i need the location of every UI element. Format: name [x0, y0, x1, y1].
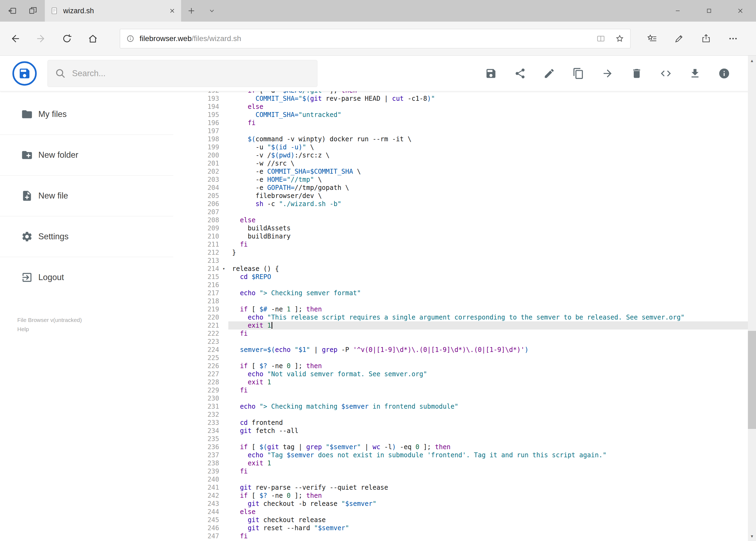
code-text[interactable]: exit 1	[228, 459, 756, 467]
code-text[interactable]	[228, 281, 756, 289]
page-scrollbar[interactable]: ▴ ▾	[748, 56, 756, 541]
tab-close-button[interactable]	[169, 7, 176, 14]
move-button[interactable]	[602, 68, 614, 79]
code-line-246[interactable]: 246 git reset --hard "$semver"	[195, 524, 756, 532]
maximize-button[interactable]	[693, 0, 725, 22]
sidebar-item-new-file[interactable]: New file	[0, 176, 195, 216]
code-line-201[interactable]: 201 -w //src \	[195, 159, 756, 168]
url-text[interactable]: filebrowser.web/files/wizard.sh	[139, 34, 241, 43]
code-line-223[interactable]: 223	[195, 337, 756, 346]
sidebar-item-my-files[interactable]: My files	[0, 94, 195, 135]
fold-marker-icon[interactable]: ▾	[219, 265, 228, 273]
code-line-236[interactable]: 236 if [ $(git tag | grep "$semver" | wc…	[195, 443, 756, 451]
code-line-203[interactable]: 203 -e HOME="//tmp" \	[195, 176, 756, 184]
share-button[interactable]	[692, 34, 720, 44]
code-line-211[interactable]: 211 fi	[195, 241, 756, 249]
info-button[interactable]	[718, 68, 730, 79]
code-text[interactable]: git checkout release	[228, 516, 756, 524]
code-line-232[interactable]: 232	[195, 410, 756, 419]
code-text[interactable]: -e HOME="//tmp" \	[228, 176, 756, 184]
code-text[interactable]: if [ $# -ne 1 ]; then	[228, 305, 756, 313]
more-button[interactable]	[720, 34, 747, 44]
close-button[interactable]	[725, 0, 756, 22]
minimize-button[interactable]	[662, 0, 693, 22]
code-text[interactable]	[228, 435, 756, 443]
code-text[interactable]: echo "This release script requires a sin…	[228, 313, 756, 321]
code-line-227[interactable]: 227 echo "Not valid semver format. See s…	[195, 370, 756, 378]
code-text[interactable]	[228, 337, 756, 346]
code-text[interactable]: sh -c "./wizard.sh -b"	[228, 200, 756, 208]
code-text[interactable]: exit 1	[228, 378, 756, 386]
code-line-200[interactable]: 200 -v /$(pwd):/src:z \	[195, 151, 756, 159]
code-line-240[interactable]: 240	[195, 475, 756, 483]
code-text[interactable]	[228, 257, 756, 265]
search-box[interactable]	[48, 60, 317, 87]
code-line-244[interactable]: 244 else	[195, 508, 756, 516]
web-note-button[interactable]	[665, 34, 692, 44]
code-line-224[interactable]: 224 semver=$(echo "$1" | grep -P '^v(0|[…	[195, 346, 756, 354]
code-line-196[interactable]: 196 fi	[195, 119, 756, 127]
code-line-205[interactable]: 205 filebrowser/dev \	[195, 192, 756, 200]
code-line-220[interactable]: 220 echo "This release script requires a…	[195, 313, 756, 321]
code-text[interactable]: buildBinary	[228, 232, 756, 241]
code-text[interactable]: git rev-parse --verify --quiet release	[228, 483, 756, 492]
scrollbar-thumb[interactable]	[748, 331, 756, 429]
code-text[interactable]: exit 1	[228, 321, 756, 329]
favorite-star-icon[interactable]	[615, 34, 624, 43]
code-line-243[interactable]: 243 git checkout -b release "$semver"	[195, 500, 756, 508]
code-text[interactable]: }	[228, 249, 756, 257]
code-text[interactable]: -u "$(id -u)" \	[228, 143, 756, 151]
code-text[interactable]	[228, 475, 756, 483]
code-text[interactable]: -e GOPATH=//tmp/gopath \	[228, 184, 756, 192]
code-line-247[interactable]: 247 fi	[195, 532, 756, 540]
code-text[interactable]: echo "> Checking matching $semver in fro…	[228, 402, 756, 410]
code-text[interactable]: echo "Tag $semver does not exist in subm…	[228, 451, 756, 459]
code-line-214[interactable]: 214▾release () {	[195, 265, 756, 273]
code-line-217[interactable]: 217 echo "> Checking semver format"	[195, 289, 756, 297]
help-link[interactable]: Help	[17, 325, 195, 334]
code-line-237[interactable]: 237 echo "Tag $semver does not exist in …	[195, 451, 756, 459]
code-text[interactable]: git reset --hard "$semver"	[228, 524, 756, 532]
source-code-button[interactable]	[660, 68, 672, 79]
share-file-button[interactable]	[514, 68, 526, 79]
code-text[interactable]	[228, 394, 756, 402]
code-text[interactable]: semver=$(echo "$1" | grep -P '^v(0|[1-9]…	[228, 346, 756, 354]
code-line-242[interactable]: 242 if [ $? -ne 0 ]; then	[195, 492, 756, 500]
delete-button[interactable]	[631, 68, 642, 79]
code-text[interactable]	[228, 127, 756, 135]
code-line-204[interactable]: 204 -e GOPATH=//tmp/gopath \	[195, 184, 756, 192]
code-text[interactable]: cd $REPO	[228, 273, 756, 281]
code-text[interactable]: echo "Not valid semver format. See semve…	[228, 370, 756, 378]
code-text[interactable]: release () {	[228, 265, 756, 273]
new-tab-button[interactable]	[181, 0, 202, 22]
code-text[interactable]: git checkout -b release "$semver"	[228, 500, 756, 508]
code-text[interactable]: if [ $(git tag | grep "$semver" | wc -l)…	[228, 443, 756, 451]
code-line-207[interactable]: 207	[195, 208, 756, 216]
code-line-194[interactable]: 194 else	[195, 103, 756, 111]
code-line-202[interactable]: 202 -e COMMIT_SHA=$COMMIT_SHA \	[195, 168, 756, 176]
code-line-218[interactable]: 218	[195, 297, 756, 305]
code-line-219[interactable]: 219 if [ $# -ne 1 ]; then	[195, 305, 756, 313]
set-tabs-aside-button[interactable]	[2, 0, 23, 22]
code-line-198[interactable]: 198 $(command -v winpty) docker run --rm…	[195, 135, 756, 143]
code-text[interactable]: COMMIT_SHA="untracked"	[228, 111, 756, 119]
sidebar-item-settings[interactable]: Settings	[0, 216, 195, 257]
code-line-238[interactable]: 238 exit 1	[195, 459, 756, 467]
code-text[interactable]	[228, 297, 756, 305]
code-text[interactable]: cd frontend	[228, 419, 756, 427]
filebrowser-logo[interactable]	[12, 61, 37, 86]
code-text[interactable]: echo "> Checking semver format"	[228, 289, 756, 297]
code-text[interactable]: filebrowser/dev \	[228, 192, 756, 200]
back-button[interactable]	[2, 22, 28, 55]
sidebar-item-new-folder[interactable]: New folder	[0, 135, 195, 175]
code-line-245[interactable]: 245 git checkout release	[195, 516, 756, 524]
code-line-234[interactable]: 234 git fetch --all	[195, 427, 756, 435]
code-text[interactable]: else	[228, 103, 756, 111]
code-line-231[interactable]: 231 echo "> Checking matching $semver in…	[195, 402, 756, 410]
code-line-195[interactable]: 195 COMMIT_SHA="untracked"	[195, 111, 756, 119]
search-input[interactable]	[72, 69, 310, 78]
code-text[interactable]: buildAssets	[228, 224, 756, 232]
code-line-216[interactable]: 216	[195, 281, 756, 289]
tab-preview-button[interactable]	[23, 0, 43, 22]
code-line-239[interactable]: 239 fi	[195, 467, 756, 475]
